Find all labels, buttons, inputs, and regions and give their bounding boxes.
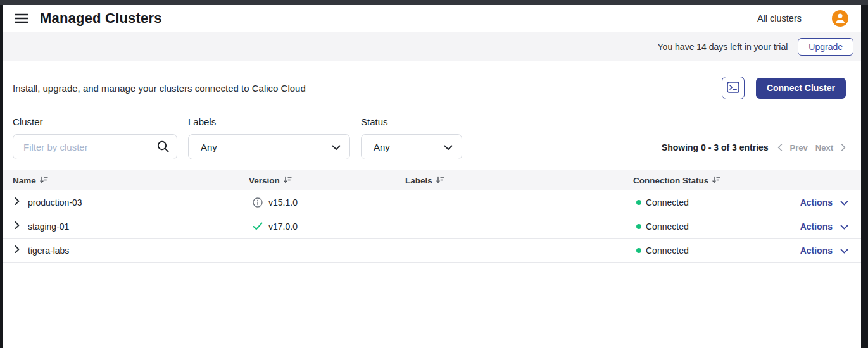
hamburger-icon xyxy=(15,13,28,23)
actions-button[interactable]: Actions xyxy=(800,221,848,232)
check-icon xyxy=(253,222,263,230)
terminal-button[interactable] xyxy=(722,77,745,99)
chevron-right-icon xyxy=(15,221,20,231)
chevron-right-icon xyxy=(15,197,20,207)
terminal-icon xyxy=(727,82,739,95)
user-icon xyxy=(832,9,848,28)
name-cell: production-03 xyxy=(3,197,249,208)
actions-label: Actions xyxy=(800,221,833,232)
page-description: Install, upgrade, and manage your cluste… xyxy=(13,83,306,94)
cluster-name: staging-01 xyxy=(28,221,69,232)
expand-row-button[interactable] xyxy=(13,222,22,231)
cluster-filter-input-wrap xyxy=(13,134,177,159)
column-header-version[interactable]: Version xyxy=(249,176,405,185)
version-cell: v17.0.0 xyxy=(249,221,405,232)
status-text: Connected xyxy=(646,221,689,232)
table-row: tigera-labs Connected Actions xyxy=(3,239,861,263)
upgrade-button[interactable]: Upgrade xyxy=(798,38,853,56)
actions-cell: Actions xyxy=(779,221,861,232)
labels-filter-select[interactable]: Any xyxy=(188,134,350,159)
cluster-name: tigera-labs xyxy=(28,245,69,256)
chevron-down-icon xyxy=(444,142,453,152)
cluster-filter-input[interactable] xyxy=(13,134,177,159)
user-avatar[interactable] xyxy=(832,10,848,27)
chevron-down-icon xyxy=(840,197,848,208)
column-header-connection-status[interactable]: Connection Status xyxy=(633,176,779,185)
prev-page-button[interactable]: Prev xyxy=(790,143,808,152)
connection-status-cell: Connected xyxy=(633,221,779,232)
page-title: Managed Clusters xyxy=(40,10,162,27)
version-text: v17.0.0 xyxy=(268,221,298,232)
column-label: Name xyxy=(13,176,36,185)
status-filter-label: Status xyxy=(361,116,462,127)
chevron-left-icon[interactable] xyxy=(777,144,783,151)
cluster-scope-selector[interactable]: All clusters xyxy=(757,13,802,23)
column-label: Labels xyxy=(405,176,432,185)
window-edge-top xyxy=(0,0,868,5)
filters-row: Cluster Labels Any Status Any xyxy=(3,116,861,159)
sort-icon xyxy=(284,176,292,185)
connection-status-cell: Connected xyxy=(633,197,779,208)
table-row: staging-01 v17.0.0 Connected Actions xyxy=(3,214,861,239)
actions-button[interactable]: Actions xyxy=(800,245,848,256)
status-text: Connected xyxy=(646,245,689,256)
column-label: Connection Status xyxy=(633,176,708,185)
labels-filter-value: Any xyxy=(201,142,217,152)
actions-button[interactable]: Actions xyxy=(800,197,848,208)
chevron-down-icon xyxy=(840,221,848,232)
showing-entries-text: Showing 0 - 3 of 3 entries xyxy=(662,142,769,152)
sort-icon xyxy=(40,176,48,185)
status-filter-value: Any xyxy=(374,142,390,152)
column-header-name[interactable]: Name xyxy=(3,176,249,185)
menu-button[interactable] xyxy=(13,9,30,27)
intro-actions: Connect Cluster xyxy=(722,77,846,99)
column-header-labels[interactable]: Labels xyxy=(405,176,633,185)
sort-icon xyxy=(712,176,720,185)
table-header-row: Name Version Labels Connection Status xyxy=(3,170,861,190)
connection-status-cell: Connected xyxy=(633,245,779,256)
status-dot xyxy=(636,248,641,253)
app-header: Managed Clusters All clusters xyxy=(3,5,861,32)
chevron-right-icon[interactable] xyxy=(841,144,846,151)
actions-cell: Actions xyxy=(779,245,861,256)
cluster-filter-label: Cluster xyxy=(13,116,177,127)
page-nav: Prev Next xyxy=(777,143,846,152)
expand-row-button[interactable] xyxy=(13,246,22,255)
sort-icon xyxy=(436,176,444,185)
status-dot xyxy=(636,224,641,229)
version-text: v15.1.0 xyxy=(268,197,298,208)
chevron-down-icon xyxy=(840,245,848,256)
status-text: Connected xyxy=(646,197,689,208)
labels-filter: Labels Any xyxy=(188,116,350,159)
intro-row: Install, upgrade, and manage your cluste… xyxy=(3,77,861,99)
pagination: Showing 0 - 3 of 3 entries Prev Next xyxy=(662,142,846,152)
header-right: All clusters xyxy=(757,10,848,27)
expand-row-button[interactable] xyxy=(13,198,22,207)
version-cell: v15.1.0 xyxy=(249,197,405,208)
trial-message: You have 14 days left in your trial xyxy=(658,42,788,52)
actions-cell: Actions xyxy=(779,197,861,208)
info-icon[interactable] xyxy=(253,197,263,208)
actions-label: Actions xyxy=(800,245,833,256)
next-page-button[interactable]: Next xyxy=(815,143,833,152)
status-filter: Status Any xyxy=(361,116,462,159)
name-cell: staging-01 xyxy=(3,221,249,232)
cluster-filter: Cluster xyxy=(13,116,177,159)
column-label: Version xyxy=(249,176,280,185)
name-cell: tigera-labs xyxy=(3,245,249,256)
chevron-right-icon xyxy=(15,245,20,255)
trial-banner: You have 14 days left in your trial Upgr… xyxy=(3,32,861,61)
labels-filter-label: Labels xyxy=(188,116,350,127)
cluster-name: production-03 xyxy=(28,197,82,208)
managed-clusters-page: Managed Clusters All clusters You have 1… xyxy=(3,5,861,348)
status-dot xyxy=(636,200,641,205)
clusters-table: Name Version Labels Connection Status xyxy=(3,170,861,263)
actions-label: Actions xyxy=(800,197,833,208)
chevron-down-icon xyxy=(332,142,341,152)
connect-cluster-button[interactable]: Connect Cluster xyxy=(756,78,846,99)
status-filter-select[interactable]: Any xyxy=(361,134,462,159)
table-row: production-03 v15.1.0 Connected Actions xyxy=(3,190,861,214)
